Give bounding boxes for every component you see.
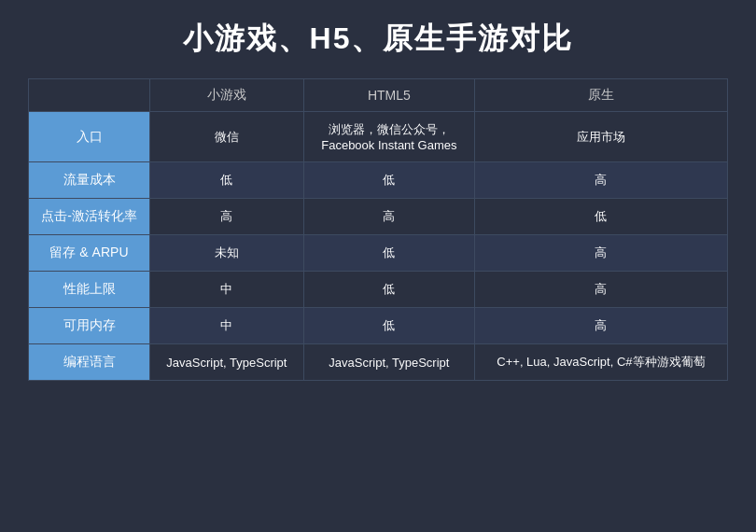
row-cell-1: 低 bbox=[303, 272, 474, 308]
row-label: 入口 bbox=[29, 112, 150, 162]
row-cell-2: 高 bbox=[474, 235, 727, 272]
row-label: 点击-激活转化率 bbox=[29, 199, 150, 235]
row-label: 编程语言 bbox=[29, 344, 150, 381]
row-label: 流量成本 bbox=[29, 162, 150, 199]
row-cell-1: 低 bbox=[303, 308, 474, 344]
row-cell-0: 未知 bbox=[150, 235, 304, 272]
table-row: 可用内存中低高 bbox=[29, 308, 728, 344]
comparison-table-wrapper: 小游戏 HTML5 原生 入口微信浏览器，微信公众号，Facebook Inst… bbox=[28, 78, 728, 518]
row-cell-1: 低 bbox=[303, 235, 474, 272]
table-row: 入口微信浏览器，微信公众号，Facebook Instant Games应用市场 bbox=[29, 112, 728, 162]
page-container: 小游戏、H5、原生手游对比 小游戏 HTML5 原生 入口微信浏览器，微信公众号… bbox=[0, 0, 756, 532]
row-cell-2: 低 bbox=[474, 199, 727, 235]
table-row: 点击-激活转化率高高低 bbox=[29, 199, 728, 235]
row-cell-0: 高 bbox=[150, 199, 304, 235]
header-xiaoyouxi: 小游戏 bbox=[150, 79, 304, 112]
row-cell-0: 中 bbox=[150, 308, 304, 344]
row-cell-0: 低 bbox=[150, 162, 304, 199]
row-cell-1: 高 bbox=[303, 199, 474, 235]
row-label: 性能上限 bbox=[29, 272, 150, 308]
row-cell-2: C++, Lua, JavaScript, C#等种游戏葡萄 bbox=[474, 344, 727, 381]
table-row: 留存 & ARPU未知低高 bbox=[29, 235, 728, 272]
row-cell-1: 低 bbox=[303, 162, 474, 199]
row-label: 留存 & ARPU bbox=[29, 235, 150, 272]
header-native: 原生 bbox=[474, 79, 727, 112]
row-cell-2: 高 bbox=[474, 272, 727, 308]
table-row: 性能上限中低高 bbox=[29, 272, 728, 308]
row-cell-2: 高 bbox=[474, 162, 727, 199]
row-cell-1: 浏览器，微信公众号，Facebook Instant Games bbox=[303, 112, 474, 162]
header-empty bbox=[29, 79, 150, 112]
page-title: 小游戏、H5、原生手游对比 bbox=[183, 19, 574, 60]
table-header-row: 小游戏 HTML5 原生 bbox=[29, 79, 728, 112]
row-cell-2: 应用市场 bbox=[474, 112, 727, 162]
row-cell-1: JavaScript, TypeScript bbox=[303, 344, 474, 381]
row-cell-0: 中 bbox=[150, 272, 304, 308]
row-cell-0: 微信 bbox=[150, 112, 304, 162]
table-row: 流量成本低低高 bbox=[29, 162, 728, 199]
row-cell-2: 高 bbox=[474, 308, 727, 344]
table-row: 编程语言JavaScript, TypeScriptJavaScript, Ty… bbox=[29, 344, 728, 381]
header-html5: HTML5 bbox=[303, 79, 474, 112]
row-label: 可用内存 bbox=[29, 308, 150, 344]
row-cell-0: JavaScript, TypeScript bbox=[150, 344, 304, 381]
comparison-table: 小游戏 HTML5 原生 入口微信浏览器，微信公众号，Facebook Inst… bbox=[28, 78, 728, 381]
